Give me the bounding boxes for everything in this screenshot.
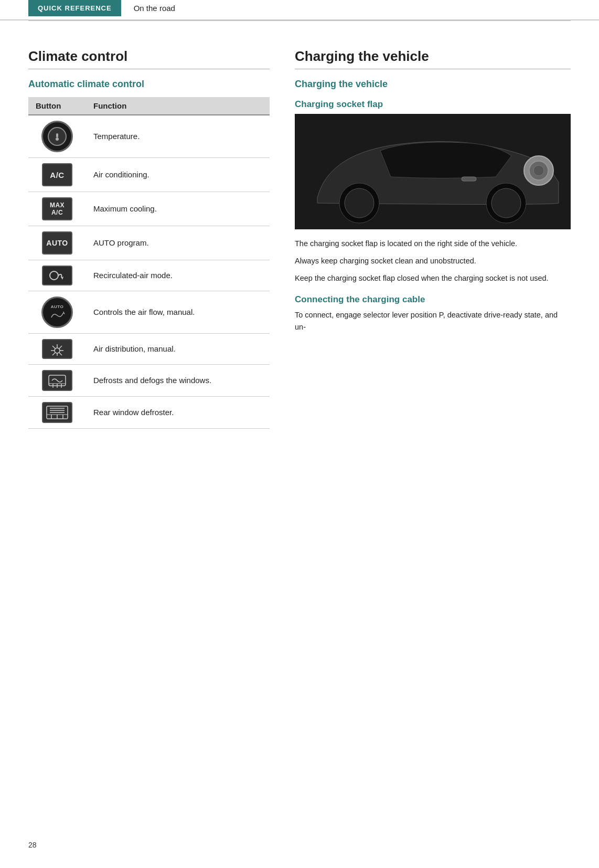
table-row: Recirculated-air mode.	[28, 260, 270, 291]
svg-marker-4	[63, 311, 65, 314]
rear-defrost-button-icon	[42, 402, 72, 423]
auto-climate-subtitle: Automatic climate control	[28, 79, 270, 90]
climate-control-title: Climate control	[28, 48, 270, 65]
connecting-cable-body1: To connect, engage selector lever positi…	[295, 309, 571, 333]
svg-point-2	[50, 271, 58, 280]
table-row: Rear window defroster.	[28, 397, 270, 429]
airdist-function: Air distribution, manual.	[86, 334, 270, 365]
svg-line-10	[52, 346, 56, 349]
table-row: Air distribution, manual.	[28, 334, 270, 365]
svg-line-12	[52, 353, 56, 356]
table-row: AUTO AUTO program.	[28, 226, 270, 260]
airflow-function: Controls the air flow, manual.	[86, 291, 270, 334]
right-column: Charging the vehicle Charging the vehicl…	[295, 48, 571, 429]
header-bar: QUICK REFERENCE On the road	[0, 0, 599, 20]
auto-button-icon: AUTO	[42, 231, 72, 255]
left-column: Climate control Automatic climate contro…	[28, 48, 270, 429]
socket-flap-body1: The charging socket flap is located on t…	[295, 238, 571, 250]
recirc-function: Recirculated-air mode.	[86, 260, 270, 291]
svg-line-11	[59, 346, 62, 349]
page-number: 28	[28, 841, 37, 849]
defrost-function: Defrosts and defogs the windows.	[86, 365, 270, 397]
connecting-cable-heading: Connecting the charging cable	[295, 294, 571, 305]
table-row: AUTO Controls the air flow, manual.	[28, 291, 270, 334]
socket-flap-body2: Always keep charging socket clean and un…	[295, 255, 571, 267]
temp-knob-icon	[41, 121, 73, 152]
airdist-button-icon	[42, 339, 72, 359]
rear-defrost-function: Rear window defroster.	[86, 397, 270, 429]
socket-flap-body3: Keep the charging socket flap closed whe…	[295, 272, 571, 284]
max-ac-button-icon: MAXA/C	[42, 197, 72, 220]
charging-vehicle-title: Charging the vehicle	[295, 48, 571, 65]
table-row: Temperature.	[28, 115, 270, 158]
max-ac-function: Maximum cooling.	[86, 192, 270, 226]
charging-socket-image	[295, 114, 571, 229]
recirc-button-icon	[42, 266, 72, 285]
col-header-function: Function	[86, 97, 270, 115]
car-silhouette	[295, 114, 571, 229]
col-header-button: Button	[28, 97, 86, 115]
climate-control-table: Button Function	[28, 97, 270, 429]
svg-rect-32	[462, 177, 476, 181]
svg-point-29	[345, 188, 374, 218]
table-row: Defrosts and defogs the windows.	[28, 365, 270, 397]
table-row: A/C Air conditioning.	[28, 158, 270, 192]
svg-point-1	[56, 137, 59, 141]
airflow-button-icon: AUTO	[41, 297, 73, 328]
temperature-function: Temperature.	[86, 115, 270, 158]
table-row: MAXA/C Maximum cooling.	[28, 192, 270, 226]
svg-line-13	[59, 353, 62, 356]
auto-function: AUTO program.	[86, 226, 270, 260]
on-road-label: On the road	[121, 4, 175, 13]
quick-reference-label: QUICK REFERENCE	[28, 0, 121, 16]
ac-button-icon: A/C	[42, 163, 72, 186]
svg-rect-0	[56, 133, 58, 137]
charging-vehicle-subtitle: Charging the vehicle	[295, 79, 571, 90]
svg-point-35	[533, 165, 544, 176]
svg-point-31	[491, 188, 521, 218]
ac-function: Air conditioning.	[86, 158, 270, 192]
defrost-button-icon	[42, 370, 72, 391]
charging-socket-flap-heading: Charging socket flap	[295, 99, 571, 110]
